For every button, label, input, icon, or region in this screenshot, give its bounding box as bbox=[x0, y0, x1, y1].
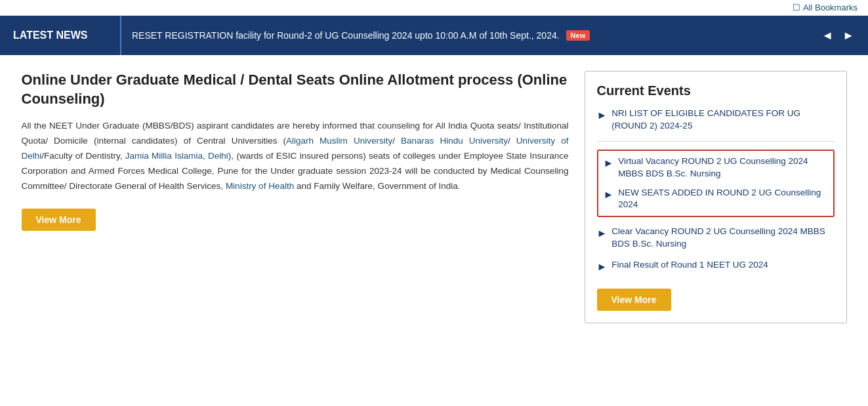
all-bookmarks-link[interactable]: ☐ All Bookmarks bbox=[793, 3, 858, 12]
page-title: Online Under Graduate Medical / Dental S… bbox=[22, 71, 569, 108]
view-more-button-right[interactable]: View More bbox=[597, 289, 671, 311]
bullet-icon-3: ► bbox=[604, 188, 614, 202]
event-link-new-seats[interactable]: NEW SEATS ADDED IN ROUND 2 UG Counsellin… bbox=[618, 187, 827, 212]
current-events-title: Current Events bbox=[597, 83, 835, 98]
event-link-nri-list[interactable]: NRI LIST OF ELIGIBLE CANDIDATES FOR UG (… bbox=[611, 108, 834, 132]
left-section: Online Under Graduate Medical / Dental S… bbox=[22, 71, 569, 323]
bullet-icon-4: ► bbox=[597, 226, 608, 241]
bullet-icon: ► bbox=[597, 108, 608, 123]
bookmark-icon: ☐ bbox=[793, 3, 800, 12]
event-item-virtual-vacancy: ► Virtual Vacancy ROUND 2 UG Counselling… bbox=[604, 155, 828, 180]
event-link-final-result[interactable]: Final Result of Round 1 NEET UG 2024 bbox=[611, 259, 768, 272]
event-link-virtual-vacancy[interactable]: Virtual Vacancy ROUND 2 UG Counselling 2… bbox=[618, 155, 827, 180]
news-ticker-nav: ◄ ► bbox=[818, 28, 868, 44]
event-link-clear-vacancy[interactable]: Clear Vacancy ROUND 2 UG Counselling 202… bbox=[611, 226, 834, 251]
bullet-icon-2: ► bbox=[604, 156, 614, 171]
event-highlighted-box: ► Virtual Vacancy ROUND 2 UG Counselling… bbox=[597, 150, 835, 218]
top-bar: ☐ All Bookmarks bbox=[0, 0, 868, 16]
event-item-nri-list: ► NRI LIST OF ELIGIBLE CANDIDATES FOR UG… bbox=[597, 108, 835, 132]
news-ticker-content: RESET REGISTRATION facility for Round-2 … bbox=[121, 30, 818, 41]
news-next-button[interactable]: ► bbox=[839, 28, 858, 44]
news-ticker-label: LATEST NEWS bbox=[0, 16, 121, 55]
event-item-final-result: ► Final Result of Round 1 NEET UG 2024 bbox=[597, 259, 835, 274]
main-content: Online Under Graduate Medical / Dental S… bbox=[11, 55, 858, 334]
news-badge: New bbox=[566, 30, 590, 41]
view-more-button-left[interactable]: View More bbox=[22, 209, 96, 231]
news-ticker-message: RESET REGISTRATION facility for Round-2 … bbox=[132, 30, 560, 41]
right-section: Current Events ► NRI LIST OF ELIGIBLE CA… bbox=[585, 71, 847, 323]
news-prev-button[interactable]: ◄ bbox=[818, 28, 837, 44]
bookmarks-label: All Bookmarks bbox=[803, 3, 858, 12]
news-ticker: LATEST NEWS RESET REGISTRATION facility … bbox=[0, 16, 868, 55]
event-item-clear-vacancy: ► Clear Vacancy ROUND 2 UG Counselling 2… bbox=[597, 226, 835, 251]
event-item-new-seats: ► NEW SEATS ADDED IN ROUND 2 UG Counsell… bbox=[604, 187, 828, 212]
divider bbox=[597, 141, 835, 142]
bullet-icon-5: ► bbox=[597, 260, 608, 274]
current-events-box: Current Events ► NRI LIST OF ELIGIBLE CA… bbox=[585, 71, 847, 323]
page-description: All the NEET Under Graduate (MBBS/BDS) a… bbox=[22, 119, 569, 194]
